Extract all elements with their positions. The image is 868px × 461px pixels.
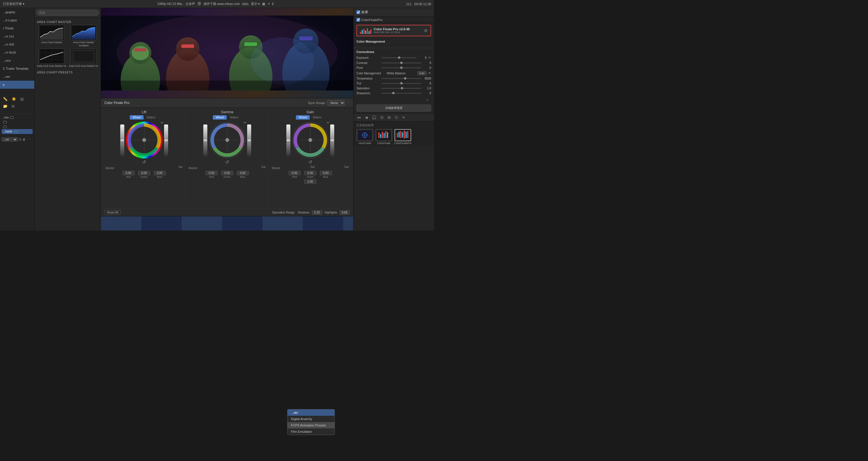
lift-tab-sliders[interactable]: Sliders: [144, 115, 158, 120]
svg-rect-58: [387, 132, 388, 138]
gain-slider-left[interactable]: [286, 125, 290, 156]
thumb-item-data-grid-01[interactable]: Data Grid Area Master 01: [36, 48, 67, 68]
gamma-slider-left[interactable]: [203, 125, 207, 156]
gain-sat-master-value[interactable]: 1.00: [304, 179, 316, 184]
search-input[interactable]: [36, 10, 99, 15]
toolbar-icon-3[interactable]: ▤: [19, 96, 25, 102]
cfp-gear-icon[interactable]: ⚙: [424, 28, 428, 33]
eye-icon-3[interactable]: [3, 125, 7, 128]
lift-blue-label: Blue: [157, 175, 162, 178]
transport-prev[interactable]: ◀: [364, 115, 369, 120]
saturation-slider[interactable]: [381, 88, 421, 89]
frame-number: 111: [406, 2, 411, 6]
lift-slider-left[interactable]: [120, 125, 124, 156]
sidebar-item-9x16[interactable]: ...m 9x16: [0, 48, 34, 57]
lift-slider-right[interactable]: [164, 125, 168, 156]
eye-icon-2[interactable]: [3, 121, 7, 124]
toolbar-icon-1[interactable]: ✏️: [2, 96, 9, 102]
sharpness-label: Sharpness: [356, 92, 379, 95]
highlights-value[interactable]: 0.66: [339, 210, 350, 215]
sidebar-item-logos[interactable]: ...d Logos: [0, 16, 34, 24]
transport-rewind[interactable]: ⏮: [356, 115, 362, 120]
transport-icon1[interactable]: ⊟: [379, 115, 385, 120]
gain-pencil-icon[interactable]: ✏: [327, 121, 330, 125]
effect-colorfinale-img: [375, 129, 392, 141]
transport-headphones[interactable]: 🎧: [371, 115, 377, 120]
toolbar-icon-4[interactable]: 📁: [2, 103, 9, 109]
timeline-track[interactable]: [101, 217, 353, 230]
thumb-item-data-grid-02[interactable]: Data Grid Area Master 02: [68, 48, 99, 68]
gamma-green-value[interactable]: 0.00: [221, 171, 233, 175]
thumb-img-area-chart: [39, 25, 65, 40]
subtitle-menu[interactable]: 已安装的字幕 ▾: [3, 2, 25, 6]
lift-reset-icon[interactable]: ↺: [142, 159, 146, 165]
gain-tab-sliders[interactable]: Sliders: [310, 115, 324, 120]
gain-tab-wheel[interactable]: Wheel: [296, 115, 310, 120]
thumb-item-area-gradient[interactable]: Area Chart Master Gradient: [68, 25, 99, 47]
lift-pencil-icon[interactable]: ✏: [161, 121, 163, 125]
sidebar-item-s[interactable]: s: [0, 81, 34, 89]
sidebar-wheels-label[interactable]: ...heels: [2, 130, 13, 133]
reset-all-button[interactable]: Reset All: [104, 210, 121, 215]
sync-group-select[interactable]: None: [327, 100, 345, 106]
gain-green-value[interactable]: 0.00: [304, 171, 316, 175]
gain-reset-icon[interactable]: ↺: [308, 159, 312, 165]
gamma-tab-wheel[interactable]: Wheel: [213, 115, 227, 120]
right-panel: 效果 ColorFinalePro Color Finale Pro v2.0.…: [353, 8, 434, 230]
bottom-select[interactable]: ...nal: [2, 137, 18, 141]
more-options-icon[interactable]: ⋯: [347, 101, 350, 105]
transport-icon3[interactable]: ⊡: [394, 115, 399, 120]
eye-icon-1[interactable]: [10, 116, 14, 119]
toolbar-icon-5[interactable]: ⊞: [10, 103, 16, 109]
plugin-url[interactable]: 插件下载 www.mfcpx.com: [204, 2, 240, 6]
effects-checkbox[interactable]: [356, 10, 360, 14]
wb-auto-button[interactable]: Auto: [417, 71, 427, 75]
exposure-pencil-icon[interactable]: ✏: [428, 56, 431, 60]
top-bar-right: 111 00:00 11:38: [406, 2, 431, 6]
lift-blue-value[interactable]: 0.00: [154, 171, 166, 175]
sidebar-item-trailer[interactable]: C Trailer Template: [0, 65, 34, 73]
toolbar-icon-2[interactable]: ☀️: [10, 96, 17, 102]
lift-red-value[interactable]: 0.00: [123, 171, 135, 175]
sidebar-item-ons[interactable]: ...ons: [0, 57, 34, 65]
bottom-icon-more[interactable]: ⋯: [27, 138, 30, 141]
gamma-slider-right[interactable]: [247, 125, 251, 156]
effect-colorfinale-pro[interactable]: ColorFinalePro: [395, 129, 411, 145]
gain-blue-value[interactable]: 0.00: [320, 171, 332, 175]
sharpness-slider[interactable]: [381, 93, 421, 94]
sidebar-item-4x5[interactable]: ...m 4x5: [0, 40, 34, 48]
gain-red-value[interactable]: 0.00: [289, 171, 301, 175]
gamma-reset-icon[interactable]: ↺: [225, 159, 229, 165]
display-menu[interactable]: 显示 ▾: [251, 2, 260, 6]
exposure-slider[interactable]: [381, 57, 417, 58]
transport-close[interactable]: ✕: [401, 115, 406, 120]
wb-picker-icon[interactable]: ✒: [428, 71, 431, 75]
lift-green-value[interactable]: 0.00: [138, 171, 150, 175]
save-preview-button[interactable]: 存储效果预置: [356, 105, 431, 111]
temperature-slider[interactable]: [381, 78, 421, 79]
bottom-icon-trash[interactable]: 🗑: [23, 138, 26, 141]
sidebar-item-1x1[interactable]: ...m 1x1: [0, 32, 34, 40]
bottom-icon-square[interactable]: ⊟: [19, 138, 21, 141]
transport-icon2[interactable]: ⊠: [386, 115, 392, 120]
contrast-slider[interactable]: [381, 63, 421, 63]
expand-icon[interactable]: ⤢: [426, 98, 429, 102]
effect-colorfinale[interactable]: ColorFinale: [375, 129, 392, 145]
eye-icon-4[interactable]: [14, 130, 19, 133]
gamma-blue-value[interactable]: 0.00: [237, 171, 249, 175]
cfp-effect-checkbox[interactable]: [356, 18, 360, 22]
gamma-pencil-icon[interactable]: ✏: [244, 121, 247, 125]
sidebar-item-graphy[interactable]: ...graphy: [0, 8, 34, 16]
gamma-tab-sliders[interactable]: Sliders: [227, 115, 241, 120]
sidebar-item-thirds[interactable]: r Thirds: [0, 24, 34, 32]
shadows-value[interactable]: 0.33: [312, 210, 322, 215]
gamma-red-value[interactable]: 0.00: [206, 171, 218, 175]
effect-handheld[interactable]: Hand Held: [356, 129, 373, 145]
tint-slider[interactable]: [381, 83, 421, 84]
lift-tab-wheel[interactable]: Wheel: [130, 115, 144, 120]
pivot-slider[interactable]: [381, 67, 421, 68]
thumb-item-area-chart[interactable]: Area Chart Master: [36, 25, 67, 47]
sidebar-item-ner[interactable]: ...ner: [0, 73, 34, 81]
gain-slider-right[interactable]: [330, 125, 334, 156]
svg-point-37: [143, 138, 146, 142]
